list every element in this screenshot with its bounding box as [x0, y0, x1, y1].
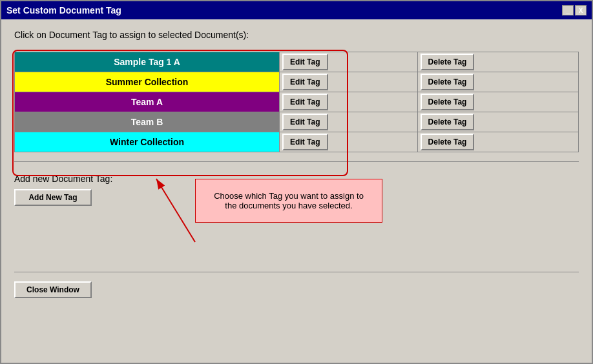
add-new-tag-button[interactable]: Add New Tag — [14, 189, 92, 206]
delete-tag-btn-5[interactable]: Delete Tag — [421, 134, 475, 150]
edit-tag-btn-2[interactable]: Edit Tag — [282, 74, 328, 90]
table-row: Sample Tag 1 A Edit Tag Delete Tag — [15, 52, 579, 72]
tag-winter-collection[interactable]: Winter Collection — [15, 132, 280, 152]
delete-tag-btn-2[interactable]: Delete Tag — [421, 74, 475, 90]
main-window: Set Custom Document Tag _ X Click on Doc… — [0, 0, 593, 364]
table-row: Summer Collection Edit Tag Delete Tag — [15, 72, 579, 92]
edit-tag-btn-3[interactable]: Edit Tag — [282, 94, 328, 110]
minimize-button[interactable]: _ — [562, 5, 574, 15]
table-row: Winter Collection Edit Tag Delete Tag — [15, 132, 579, 152]
table-row: Team A Edit Tag Delete Tag — [15, 92, 579, 112]
bottom-section: Add new Document Tag: Add New Tag Choose… — [14, 171, 579, 263]
tag-team-b[interactable]: Team B — [15, 112, 280, 132]
delete-tag-btn-3[interactable]: Delete Tag — [421, 94, 475, 110]
table-row: Team B Edit Tag Delete Tag — [15, 112, 579, 132]
edit-tag-btn-5[interactable]: Edit Tag — [282, 134, 328, 150]
window-body: Click on Document Tag to assign to selec… — [1, 19, 592, 363]
tags-table: Sample Tag 1 A Edit Tag Delete Tag Summe… — [14, 52, 579, 152]
arrow-indicator — [143, 172, 324, 243]
close-window-button[interactable]: Close Window — [14, 281, 92, 298]
delete-tag-btn-4[interactable]: Delete Tag — [421, 114, 475, 130]
title-bar-controls: _ X — [562, 5, 587, 15]
tag-team-a[interactable]: Team A — [15, 92, 280, 112]
title-bar: Set Custom Document Tag _ X — [1, 1, 592, 19]
tag-sample-tag-1a[interactable]: Sample Tag 1 A — [15, 52, 280, 72]
svg-line-1 — [156, 179, 195, 242]
edit-tag-btn-1[interactable]: Edit Tag — [282, 54, 328, 70]
tag-summer-collection[interactable]: Summer Collection — [15, 72, 280, 92]
close-button[interactable]: X — [575, 5, 587, 15]
window-title: Set Custom Document Tag — [6, 5, 121, 15]
separator — [14, 161, 579, 162]
instruction-text: Click on Document Tag to assign to selec… — [14, 30, 579, 40]
tooltip-area: Choose which Tag you want to assign to t… — [14, 211, 579, 263]
separator-2 — [14, 272, 579, 272]
delete-tag-btn-1[interactable]: Delete Tag — [421, 54, 475, 70]
close-section: Close Window — [14, 281, 579, 298]
tags-container: Sample Tag 1 A Edit Tag Delete Tag Summe… — [14, 52, 579, 152]
edit-tag-btn-4[interactable]: Edit Tag — [282, 114, 328, 130]
